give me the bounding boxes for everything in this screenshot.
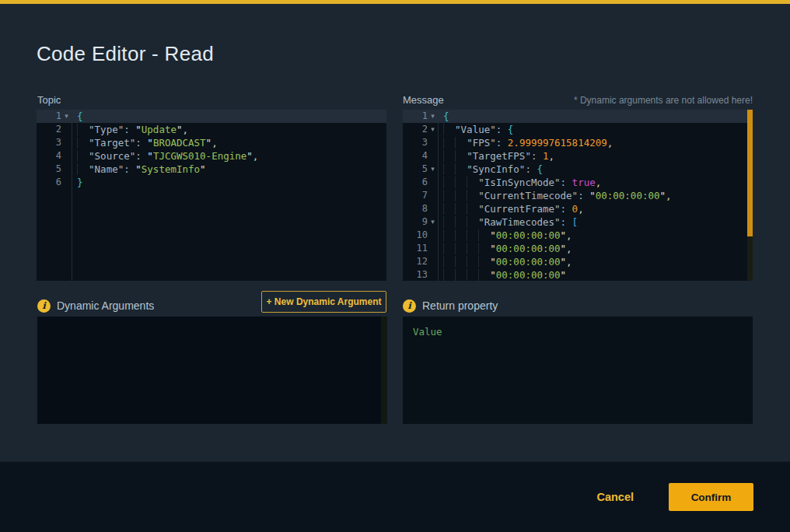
return-property-header: i Return property [403,295,498,317]
fold-arrow-icon[interactable]: ▾ [428,110,438,123]
info-icon: i [37,299,51,313]
code-line: 7 "CurrentTimecode": "00:00:00:00", [403,189,753,202]
code-text: "Target": "BROADCAST", [72,136,386,149]
line-number: 3 [403,136,428,149]
line-number: 11 [403,242,428,255]
line-number: 8 [403,202,428,215]
code-line: 10 "00:00:00:00", [403,229,753,242]
return-property-panel: Value [403,317,753,424]
line-number: 10 [403,229,428,242]
line-number: 6 [403,176,428,189]
dynamic-arguments-header: i Dynamic Arguments [37,295,154,317]
fold-arrow-icon[interactable]: ▾ [61,110,72,123]
topic-label: Topic [37,94,61,106]
return-property-label: Return property [422,299,498,312]
fold-gutter [61,123,72,136]
info-icon: i [403,299,416,313]
code-text: "Name": "SystemInfo" [72,163,386,176]
fold-arrow-icon[interactable]: ▾ [428,163,438,176]
fold-gutter [428,176,438,189]
cancel-button[interactable]: Cancel [596,491,634,503]
topic-editor-lines: 1▾{2 "Type": "Update",3 "Target": "BROAD… [37,110,386,189]
fold-gutter [428,202,438,215]
code-text: "Type": "Update", [72,123,386,136]
code-line: 8 "CurrentFrame": 0, [403,202,753,215]
return-property-value: Value [413,326,442,338]
code-editor-dialog: Code Editor - Read Topic 1▾{2 "Type": "U… [0,0,790,532]
code-text: "CurrentFrame": 0, [438,202,753,215]
code-text: "SyncInfo": { [438,163,753,176]
fold-gutter [61,149,72,163]
topic-code-editor[interactable]: 1▾{2 "Type": "Update",3 "Target": "BROAD… [37,110,386,281]
code-text: { [438,110,753,123]
code-line: 1▾{ [37,110,386,123]
fold-gutter [428,229,438,242]
code-line: 5▾ "SyncInfo": { [403,163,753,176]
fold-arrow-icon[interactable]: ▾ [428,123,438,136]
code-line: 11 "00:00:00:00", [403,242,753,255]
editor-scrollbar[interactable] [747,110,753,281]
code-line: 1▾{ [403,110,753,123]
line-number: 1 [37,110,61,123]
code-line: 2 "Type": "Update", [37,123,386,136]
code-text: } [72,176,386,189]
code-line: 4 "Source": "TJCGWS010-Engine", [37,149,386,163]
code-text: { [72,110,386,123]
dialog-accent-bar [0,0,790,4]
line-number: 13 [403,268,428,281]
code-line: 6} [37,176,386,189]
line-number: 5 [403,163,428,176]
code-text: "Value": { [438,123,753,136]
code-text: "IsInSyncMode": true, [438,176,753,189]
line-number: 4 [37,149,61,163]
code-line: 4 "TargetFPS": 1, [403,149,753,163]
code-text: "00:00:00:00", [438,229,753,242]
code-line: 3 "FPS": 2.999997615814209, [403,136,753,149]
code-line: 12 "00:00:00:00", [403,255,753,268]
code-text: "TargetFPS": 1, [438,149,753,163]
fold-arrow-icon[interactable]: ▾ [428,215,438,229]
code-text: "00:00:00:00" [438,268,753,281]
fold-gutter [61,136,72,149]
confirm-button[interactable]: Confirm [669,483,753,511]
message-editor-lines: 1▾{2▾ "Value": {3 "FPS": 2.9999976158142… [403,110,753,281]
code-text: "CurrentTimecode": "00:00:00:00", [438,189,753,202]
fold-gutter [428,189,438,202]
fold-gutter [428,136,438,149]
code-text: "00:00:00:00", [438,242,753,255]
code-line: 6 "IsInSyncMode": true, [403,176,753,189]
line-number: 1 [403,110,428,123]
dialog-title: Code Editor - Read [37,42,214,66]
new-dynamic-argument-button[interactable]: + New Dynamic Argument [261,291,386,313]
fold-gutter [428,149,438,163]
code-line: 5 "Name": "SystemInfo" [37,163,386,176]
dialog-footer: Cancel Confirm [0,461,790,532]
line-number: 9 [403,215,428,229]
dynamic-arguments-warning: * Dynamic arguments are not allowed here… [574,95,753,106]
code-text: "Source": "TJCGWS010-Engine", [72,149,386,163]
message-code-editor[interactable]: 1▾{2▾ "Value": {3 "FPS": 2.9999976158142… [403,110,753,281]
fold-gutter [428,268,438,281]
fold-gutter [428,242,438,255]
dynamic-arguments-label: Dynamic Arguments [57,299,154,312]
code-line: 13 "00:00:00:00" [403,268,753,281]
code-line: 2▾ "Value": { [403,123,753,136]
line-number: 5 [37,163,61,176]
line-number: 2 [37,123,61,136]
line-number: 4 [403,149,428,163]
line-number: 6 [37,176,61,189]
line-number: 12 [403,255,428,268]
code-line: 9▾ "RawTimecodes": [ [403,215,753,229]
fold-gutter [61,176,72,189]
code-text: "00:00:00:00", [438,255,753,268]
code-text: "RawTimecodes": [ [438,215,753,229]
line-number: 2 [403,123,428,136]
dynamic-arguments-scrollbar-track [381,317,387,424]
line-number: 7 [403,189,428,202]
code-text: "FPS": 2.999997615814209, [438,136,753,149]
fold-gutter [61,163,72,176]
scrollbar-thumb[interactable] [747,110,753,236]
dynamic-arguments-panel [37,317,387,424]
fold-gutter [428,255,438,268]
message-label: Message [403,94,444,106]
